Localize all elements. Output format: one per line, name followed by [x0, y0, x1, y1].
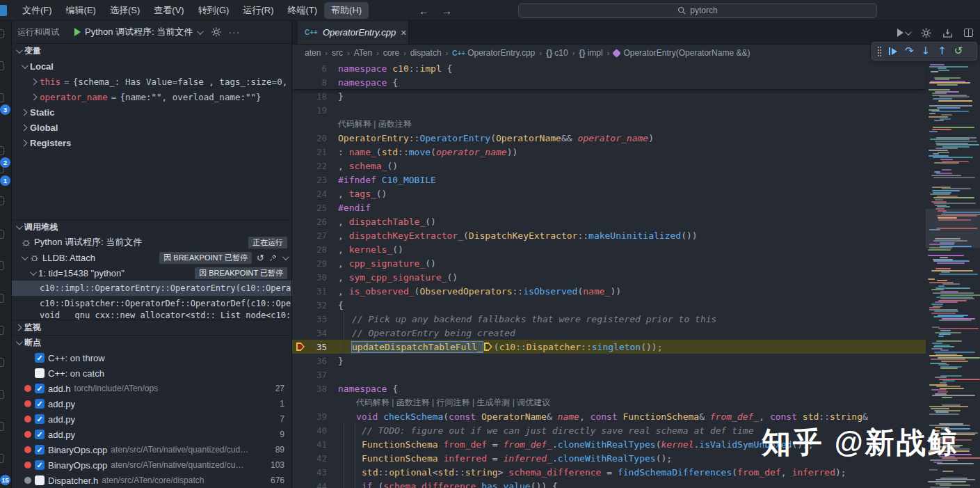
- code-line-30[interactable]: 30, sym_cpp_signature_(): [292, 270, 926, 284]
- activity-icon[interactable]: [0, 29, 4, 38]
- breakpoint-row[interactable]: ✓add.py1: [12, 396, 291, 411]
- callstack-session[interactable]: Python 调试程序: 当前文件正在运行: [12, 235, 291, 250]
- activity-icon[interactable]: [0, 294, 4, 303]
- breadcrumb-item[interactable]: OperatorEntry(OperatorName &&): [613, 48, 750, 58]
- step-out-button[interactable]: ↑: [938, 46, 947, 56]
- menu-终端(T)[interactable]: 终端(T): [280, 2, 324, 19]
- breakpoint-row[interactable]: ✓add.py9: [12, 427, 291, 442]
- code-line-34[interactable]: 34// OperatorEntry being created: [292, 326, 926, 340]
- code-line-8[interactable]: 8namespace {: [292, 75, 926, 89]
- breakpoint-checkbox[interactable]: ✓: [35, 430, 45, 439]
- activity-icon[interactable]: [0, 454, 4, 463]
- activity-bar[interactable]: 32115: [0, 21, 12, 488]
- code-line-25[interactable]: 25#endif: [292, 200, 926, 214]
- stack-frame[interactable]: c10::Dispatcher::OperatorDef::OperatorDe…: [12, 296, 291, 311]
- activity-icon[interactable]: [0, 146, 4, 155]
- menu-选择(S)[interactable]: 选择(S): [103, 2, 147, 19]
- menu-查看(V)[interactable]: 查看(V): [147, 2, 191, 19]
- nav-back-icon[interactable]: ←: [419, 5, 429, 17]
- breadcrumb-item[interactable]: src: [332, 48, 343, 58]
- stack-frame[interactable]: c10::impl::OperatorEntry::OperatorEntry(…: [12, 281, 291, 296]
- breadcrumb-item[interactable]: {}impl: [579, 48, 602, 58]
- code-line-33[interactable]: 33// Pick up any backend fallbacks that …: [292, 312, 926, 326]
- split-editor-icon[interactable]: [964, 29, 973, 37]
- debug-config-dropdown[interactable]: Python 调试程序: 当前文件: [74, 26, 202, 38]
- breadcrumb-item[interactable]: {}c10: [546, 48, 568, 58]
- breakpoint-checkbox[interactable]: ✓: [35, 384, 45, 393]
- disconnect-icon[interactable]: [269, 253, 278, 262]
- code-line-38[interactable]: 38namespace {: [292, 381, 926, 395]
- toolbar-drag-handle[interactable]: [878, 47, 881, 56]
- breakpoint-checkbox[interactable]: ✓: [35, 414, 45, 424]
- breakpoint-checkbox[interactable]: [35, 368, 45, 378]
- variables-scope-static[interactable]: Static: [12, 104, 291, 120]
- breakpoint-checkbox[interactable]: ✓: [35, 353, 45, 363]
- code-line-31[interactable]: 31, is_observed_(ObservedOperators::isOb…: [292, 284, 926, 298]
- callstack-thread[interactable]: 1: tid=15438 "python"因 BREAKPOINT 已暂停: [12, 265, 291, 281]
- step-over-button[interactable]: ↷: [905, 46, 914, 56]
- tab-operatorentry[interactable]: C++ OperatorEntry.cpp ×: [298, 21, 409, 44]
- code-line-20[interactable]: 20OperatorEntry::OperatorEntry(OperatorN…: [292, 131, 926, 145]
- code-line-35[interactable]: 35updateDispatchTableFull_(c10::Dispatch…: [292, 340, 926, 354]
- breakpoint-checkbox[interactable]: ✓: [35, 445, 45, 455]
- breakpoint-row[interactable]: ✓BinaryOps.cppaten/src/ATen/native/quant…: [12, 442, 291, 457]
- activity-icon[interactable]: [0, 61, 4, 70]
- breakpoint-row[interactable]: ✓add.py7: [12, 411, 291, 427]
- command-center-search[interactable]: pytorch: [518, 3, 877, 18]
- section-breakpoints[interactable]: 断点: [12, 335, 291, 350]
- section-watch[interactable]: 监视: [12, 320, 291, 335]
- more-actions-icon[interactable]: ···: [228, 26, 240, 38]
- code-line-18[interactable]: 18}: [292, 89, 926, 103]
- activity-icon[interactable]: [0, 358, 4, 367]
- code-line-32[interactable]: 32{: [292, 298, 926, 312]
- code-line-19[interactable]: 19: [292, 103, 926, 117]
- code-line-43[interactable]: 43std::optional<std::string> schema_diff…: [292, 465, 926, 479]
- step-into-button[interactable]: ↓: [922, 46, 931, 56]
- breakpoint-row[interactable]: ✓BinaryOps.cppaten/src/ATen/native/quant…: [12, 457, 291, 473]
- code-line-6[interactable]: 6namespace c10::impl {: [292, 61, 926, 75]
- callstack-session[interactable]: LLDB: Attach因 BREAKPOINT 已暂停↺: [12, 250, 291, 265]
- breadcrumb-item[interactable]: C++OperatorEntry.cpp: [452, 48, 535, 58]
- breakpoint-row[interactable]: ✓add.htorch/include/ATen/ops27: [12, 381, 291, 396]
- restart-session-icon[interactable]: ↺: [257, 253, 264, 263]
- menu-帮助(H)[interactable]: 帮助(H): [324, 2, 369, 19]
- open-changes-icon[interactable]: [942, 28, 953, 38]
- code-line-27[interactable]: 27, dispatchKeyExtractor_(DispatchKeyExt…: [292, 228, 926, 242]
- variables-scope-global[interactable]: Global: [12, 120, 291, 135]
- sticky-scroll[interactable]: 6namespace c10::impl {8namespace {: [292, 61, 926, 90]
- activity-icon[interactable]: [0, 93, 4, 102]
- continue-button[interactable]: [889, 47, 897, 55]
- code-line-37[interactable]: 37: [292, 368, 926, 381]
- menu-编辑(E)[interactable]: 编辑(E): [59, 2, 103, 19]
- section-callstack[interactable]: 调用堆栈: [12, 219, 291, 235]
- breadcrumb-item[interactable]: core: [383, 48, 399, 58]
- code-line-26[interactable]: 26, dispatchTable_(): [292, 214, 926, 228]
- activity-icon[interactable]: [0, 390, 4, 399]
- nav-forward-icon[interactable]: →: [442, 5, 452, 17]
- variables-scope-registers[interactable]: Registers: [12, 135, 291, 150]
- stack-frame[interactable]: void __gnu_cxx::new_allocator<std::_List…: [12, 311, 291, 320]
- code-line-36[interactable]: 36}: [292, 354, 926, 368]
- variable-row[interactable]: this = {schema_: Has Value=false , tags_…: [12, 74, 291, 89]
- code-line-21[interactable]: 21: name_(std::move(operator_name)): [292, 145, 926, 159]
- menu-运行(R)[interactable]: 运行(R): [236, 2, 280, 19]
- code-line-28[interactable]: 28, kernels_(): [292, 242, 926, 256]
- code-line-44[interactable]: 44if (schema_difference.has_value()) {: [292, 479, 926, 488]
- menu-转到(G)[interactable]: 转到(G): [191, 2, 236, 19]
- variable-row[interactable]: operator_name = {name:"", overload_name:…: [12, 89, 291, 104]
- variables-scope-local[interactable]: Local: [12, 58, 291, 74]
- close-icon[interactable]: ×: [401, 27, 406, 38]
- breakpoint-row[interactable]: C++: on catch: [12, 365, 291, 381]
- code-line-23[interactable]: 23#ifndef C10_MOBILE: [292, 173, 926, 187]
- activity-icon[interactable]: [0, 261, 4, 270]
- breakpoint-row[interactable]: Dispatcher.haten/src/ATen/core/dispatch6…: [12, 473, 291, 488]
- section-variables[interactable]: 变量: [12, 43, 291, 58]
- menu-文件(F)[interactable]: 文件(F): [15, 2, 59, 19]
- breakpoint-checkbox[interactable]: [35, 475, 45, 485]
- chevron-down-icon[interactable]: [282, 253, 289, 260]
- breadcrumb-item[interactable]: dispatch: [410, 48, 442, 58]
- activity-icon[interactable]: [0, 230, 4, 239]
- codelens-line[interactable]: 代码解释 | 函数注释: [292, 117, 926, 131]
- settings-gear-icon[interactable]: [921, 28, 931, 38]
- breakpoint-row[interactable]: ✓C++: on throw: [12, 350, 291, 365]
